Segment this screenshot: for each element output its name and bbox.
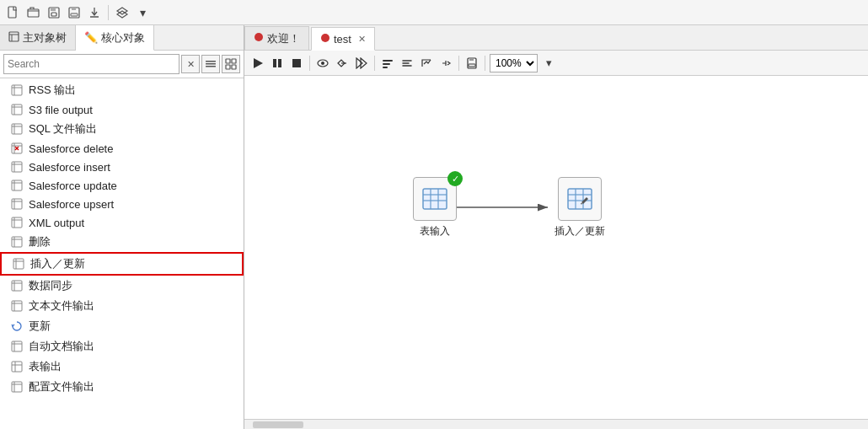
svg-rect-1: [28, 9, 39, 17]
save-canvas-icon[interactable]: [463, 55, 480, 72]
new-file-icon[interactable]: [5, 4, 22, 21]
left-tab-bar: 主对象树 ✏️ 核心对象: [0, 25, 244, 51]
core-objects-icon: ✏️: [84, 31, 98, 44]
tree-item-rss-output[interactable]: RSS 输出: [0, 80, 244, 100]
update-icon: [10, 319, 24, 333]
svg-rect-85: [423, 189, 447, 209]
node-table-input[interactable]: ✓ 表输入: [413, 177, 457, 239]
svg-rect-64: [12, 382, 22, 392]
main-area: 主对象树 ✏️ 核心对象 ✕ RSS 输: [0, 25, 868, 429]
canvas-area[interactable]: ✓ 表输入: [244, 76, 868, 419]
layers-icon[interactable]: [114, 4, 131, 21]
svg-marker-76: [361, 58, 367, 68]
canvas-sep-3: [458, 56, 459, 71]
tree-item-auto-doc[interactable]: 自动文档输出: [0, 336, 244, 357]
tree-item-xml-output[interactable]: XML output: [0, 213, 244, 232]
search-clear-button[interactable]: ✕: [181, 55, 200, 73]
search-layout-button[interactable]: [222, 55, 240, 73]
table-output-label: 表输出: [29, 359, 62, 374]
transform5-icon[interactable]: [437, 55, 454, 72]
svg-rect-77: [383, 60, 393, 62]
canvas-sep-2: [374, 56, 375, 71]
tab-main-objects[interactable]: 主对象树: [0, 25, 76, 50]
preview-icon[interactable]: [314, 55, 331, 72]
save-all-icon[interactable]: [46, 4, 62, 21]
table-input-box[interactable]: ✓: [413, 177, 457, 221]
node-insert-update[interactable]: 插入／更新: [555, 177, 605, 239]
top-toolbar: ▾: [0, 0, 868, 25]
rss-output-label: RSS 输出: [29, 83, 76, 98]
tree-item-sf-delete[interactable]: Salesforce delete: [0, 139, 244, 158]
tree-item-sf-insert[interactable]: Salesforce insert: [0, 158, 244, 176]
svg-rect-18: [226, 65, 230, 69]
tree-item-table-output[interactable]: 表输出: [0, 357, 244, 377]
transform2-icon[interactable]: [379, 55, 396, 72]
tree-item-insert-update[interactable]: 插入／更新: [0, 252, 244, 276]
svg-rect-10: [9, 32, 19, 41]
tree-item-data-sync[interactable]: 数据同步: [0, 276, 244, 296]
right-panel: 欢迎！ test ✕: [244, 25, 868, 429]
search-options-button[interactable]: [201, 55, 220, 73]
sql-output-icon: [10, 122, 24, 136]
transform3-icon[interactable]: [399, 55, 415, 72]
tree-list: RSS 输出 S3 file output SQL 文件输出: [0, 78, 244, 429]
svg-rect-13: [206, 61, 216, 62]
insert-update-label: 插入／更新: [30, 256, 85, 271]
transform4-icon[interactable]: [418, 55, 435, 72]
pause-icon[interactable]: [269, 55, 286, 72]
svg-rect-26: [12, 124, 22, 134]
svg-rect-17: [232, 59, 236, 63]
tab-core-objects[interactable]: ✏️ 核心对象: [76, 25, 154, 51]
svg-rect-78: [383, 63, 390, 65]
stop-icon[interactable]: [288, 55, 305, 72]
open-icon[interactable]: [25, 4, 42, 21]
run2-icon[interactable]: [353, 55, 370, 72]
svg-rect-82: [469, 64, 475, 67]
svg-rect-70: [273, 59, 276, 67]
tree-item-text-output[interactable]: 文本文件输出: [0, 296, 244, 316]
svg-point-67: [255, 33, 263, 41]
svg-rect-58: [12, 341, 22, 351]
s3-output-icon: [10, 103, 24, 116]
tree-item-sf-update[interactable]: Salesforce update: [0, 176, 244, 195]
tree-item-sql-output[interactable]: SQL 文件输出: [0, 119, 244, 139]
tree-item-sf-upsert[interactable]: Salesforce upsert: [0, 195, 244, 213]
zoom-select[interactable]: 100% 50% 75% 150% 200%: [490, 54, 538, 72]
insert-update-node-label: 插入／更新: [555, 224, 605, 239]
export-icon[interactable]: [86, 4, 103, 21]
right-tab-bar: 欢迎！ test ✕: [244, 25, 868, 51]
sf-insert-label: Salesforce insert: [29, 161, 110, 174]
sf-upsert-label: Salesforce upsert: [29, 198, 114, 211]
tab-welcome[interactable]: 欢迎！: [244, 26, 309, 50]
dropdown-icon[interactable]: ▾: [134, 4, 151, 21]
tree-item-update[interactable]: 更新: [0, 316, 244, 336]
sf-update-icon: [10, 179, 24, 192]
search-bar: ✕: [0, 51, 244, 78]
svg-rect-7: [71, 13, 78, 16]
canvas-scrollbar[interactable]: [244, 419, 868, 429]
svg-marker-75: [356, 58, 362, 68]
auto-doc-label: 自动文档输出: [29, 339, 94, 354]
tab-test-close-button[interactable]: ✕: [358, 34, 366, 45]
svg-marker-69: [254, 58, 263, 68]
svg-rect-6: [72, 8, 76, 10]
search-input[interactable]: [3, 54, 179, 74]
save-icon[interactable]: [66, 4, 83, 21]
tree-item-config-output[interactable]: 配置文件输出: [0, 377, 244, 397]
tab-test[interactable]: test ✕: [311, 27, 375, 51]
tree-item-s3-output[interactable]: S3 file output: [0, 100, 244, 119]
left-panel: 主对象树 ✏️ 核心对象 ✕ RSS 输: [0, 25, 244, 429]
text-output-icon: [10, 299, 24, 313]
svg-rect-34: [12, 162, 22, 172]
zoom-dropdown-icon[interactable]: ▾: [540, 55, 557, 72]
tree-item-delete[interactable]: 删除: [0, 232, 244, 252]
run-icon[interactable]: [249, 55, 266, 72]
data-sync-label: 数据同步: [29, 278, 72, 293]
canvas-scrollbar-thumb[interactable]: [253, 421, 303, 428]
transform1-icon[interactable]: [334, 55, 351, 72]
insert-update-box[interactable]: [558, 177, 602, 221]
svg-rect-37: [12, 180, 22, 190]
welcome-tab-icon: [254, 32, 264, 45]
svg-rect-14: [206, 63, 216, 65]
table-input-label: 表输入: [420, 224, 450, 239]
